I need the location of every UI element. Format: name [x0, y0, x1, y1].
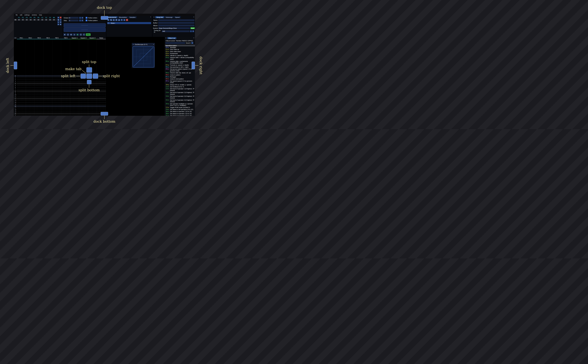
split-target-top[interactable] — [86, 67, 92, 73]
channel-header[interactable]: FM 2 — [26, 37, 35, 39]
pattern-row[interactable]: 17 — [14, 107, 106, 109]
channel-header[interactable]: Noise — [97, 37, 106, 39]
auto-system-button[interactable]: Auto — [190, 27, 195, 29]
menu-item[interactable]: edit — [19, 14, 23, 16]
effect-row[interactable]: 13xx Set level of operator 2 (0 highest,… — [165, 91, 195, 95]
open-instrument-button[interactable] — [113, 19, 115, 21]
author-input[interactable] — [158, 22, 194, 24]
play-from-start-button[interactable] — [67, 33, 69, 36]
menu-item[interactable]: file — [15, 14, 19, 16]
pattern-row[interactable]: 11 — [14, 96, 106, 98]
effect-row[interactable]: 04xy Vibrato (x: speed; y: depth) — [165, 55, 195, 57]
move-instrument-down-button[interactable] — [123, 19, 126, 21]
order-move-down-button[interactable] — [57, 21, 59, 23]
pattern-row[interactable]: 20 — [14, 113, 106, 115]
pattern-row[interactable]: 14 — [14, 102, 106, 103]
tuning-plus-button[interactable]: + — [192, 30, 194, 32]
octave-minus-button[interactable]: - — [79, 17, 81, 19]
effect-row[interactable]: 16xy Set operator multiplier (x: operato… — [165, 103, 195, 107]
pattern-row[interactable]: 0 — [14, 75, 106, 77]
search-input[interactable] — [165, 42, 185, 44]
pattern-options-button[interactable]: ++ — [14, 37, 17, 39]
channel-header[interactable]: Square 2 — [79, 37, 88, 39]
channel-header[interactable]: Square 1 — [70, 37, 79, 39]
instrument-hierarchy-button[interactable] — [118, 19, 120, 21]
order-add-button[interactable] — [57, 17, 59, 19]
pattern-row[interactable]: 3 — [14, 81, 106, 83]
instruments-tab[interactable]: Instruments — [107, 16, 118, 18]
order-cell[interactable]: 00 — [33, 19, 36, 21]
make-tab-target[interactable] — [86, 73, 92, 79]
split-target-left[interactable] — [80, 74, 86, 79]
close-icon[interactable]: × — [150, 16, 151, 18]
dock-target-left[interactable] — [14, 62, 17, 69]
save-instrument-button[interactable] — [115, 19, 118, 21]
channel-header[interactable]: FM 6 — [61, 37, 70, 39]
effect-row[interactable]: 12xx Set level of operator 1 (0 highest,… — [165, 88, 195, 91]
effect-row[interactable]: 01xx Pitch slide up — [165, 48, 195, 50]
tuning-input[interactable]: 440 — [162, 30, 190, 32]
poly-toggle-button[interactable]: Poly — [86, 33, 91, 36]
channel-header[interactable]: FM 4 — [44, 37, 53, 39]
effect-row[interactable]: 1Axx Set attack of operator 1 (0 to 1F) — [165, 110, 195, 113]
effect-row[interactable]: 14xx Set level of operator 3 (0 highest,… — [165, 95, 195, 99]
order-duplicate-button[interactable] — [57, 19, 59, 21]
order-row[interactable]: 00 00000000000000000000 — [14, 19, 57, 21]
song-info-tab[interactable]: Subsongs — [165, 16, 174, 18]
order-edit-mode-button[interactable] — [60, 23, 61, 25]
menu-item[interactable]: window — [31, 14, 38, 16]
effect-list-tab[interactable]: Effect List — [167, 37, 176, 39]
follow-orders-checkbox[interactable]: ✓ — [86, 17, 87, 19]
effect-row[interactable]: 15xx Set level of operator 4 (0 highest,… — [165, 99, 195, 103]
order-cell[interactable]: 00 — [36, 19, 40, 21]
order-cell[interactable]: 00 — [48, 19, 52, 21]
album-input[interactable] — [158, 25, 194, 26]
order-remove-button[interactable] — [60, 17, 61, 19]
tuning-minus-button[interactable]: - — [190, 30, 192, 32]
effect-row[interactable]: 0Cxx Retrigger — [165, 76, 195, 78]
order-cell[interactable]: 00 — [29, 19, 33, 21]
channel-header[interactable]: FM 5 — [53, 37, 61, 39]
order-change-all-button[interactable] — [57, 23, 59, 25]
pattern-row[interactable]: 2 — [14, 79, 106, 81]
pattern-row[interactable]: 16 — [14, 105, 106, 107]
instrument-list-item[interactable]: - None - — [107, 22, 151, 24]
collapse-icon[interactable]: ▼ — [153, 17, 155, 18]
step-plus-button[interactable]: + — [81, 20, 83, 21]
record-button[interactable] — [76, 33, 79, 36]
pattern-row[interactable]: 12 — [14, 98, 106, 99]
order-cell[interactable]: 00 — [40, 19, 44, 21]
pattern-row[interactable]: 10 — [14, 94, 106, 96]
pattern-row[interactable]: 4 — [14, 83, 106, 84]
pattern-row[interactable]: 1 — [14, 77, 106, 79]
menu-item[interactable]: settings — [23, 14, 31, 16]
effect-row[interactable]: 0Bxx Jump to pattern — [165, 74, 195, 76]
effect-row[interactable]: 05xy Volume slide + vibrato (compatibili… — [165, 57, 195, 60]
pattern-row[interactable]: 9 — [14, 92, 106, 94]
effect-row[interactable]: 0Fxx Set speed (speed 2 if no grooves ex… — [165, 80, 195, 84]
split-target-bottom[interactable] — [87, 80, 92, 84]
channel-header[interactable]: FM 1 — [17, 37, 26, 39]
song-info-tab[interactable]: Speed — [174, 16, 181, 18]
dock-target-right[interactable] — [192, 62, 195, 69]
oscilloscope-title-bar[interactable]: ▼ Oscilloscope (X-Y) × — [132, 43, 155, 46]
close-icon[interactable]: × — [153, 44, 154, 45]
delete-instrument-button[interactable] — [126, 19, 128, 21]
follow-pattern-checkbox[interactable]: ✓ — [86, 20, 87, 21]
effect-row[interactable]: 03xx Portamento — [165, 52, 195, 55]
effect-row[interactable]: 08xy Set panning (x: left; y: right) — [165, 66, 195, 68]
effect-row[interactable]: 09xx Set groove pattern (speed 1 if no g… — [165, 68, 195, 72]
collapse-icon[interactable]: ▼ — [133, 44, 134, 45]
close-icon[interactable]: × — [193, 37, 194, 39]
dock-target-bottom[interactable] — [101, 112, 108, 116]
order-move-up-button[interactable] — [60, 19, 61, 21]
effect-row[interactable]: 06xy Volume slide + portamento (compatib… — [165, 60, 195, 64]
effect-row[interactable]: 0Axy Volume slide (0y: down; x0: up) — [165, 72, 195, 74]
close-icon[interactable]: × — [193, 16, 194, 18]
collapse-icon[interactable]: ▼ — [165, 37, 167, 39]
channel-header[interactable]: FM 3 — [35, 37, 44, 39]
effect-row[interactable]: 17xx Toggle PCM mode (LEGACY) — [165, 107, 195, 109]
menu-item[interactable]: help — [38, 14, 43, 16]
step-row-button[interactable] — [73, 33, 76, 36]
effect-row[interactable]: 0Dxx Jump to next pattern — [165, 78, 195, 80]
